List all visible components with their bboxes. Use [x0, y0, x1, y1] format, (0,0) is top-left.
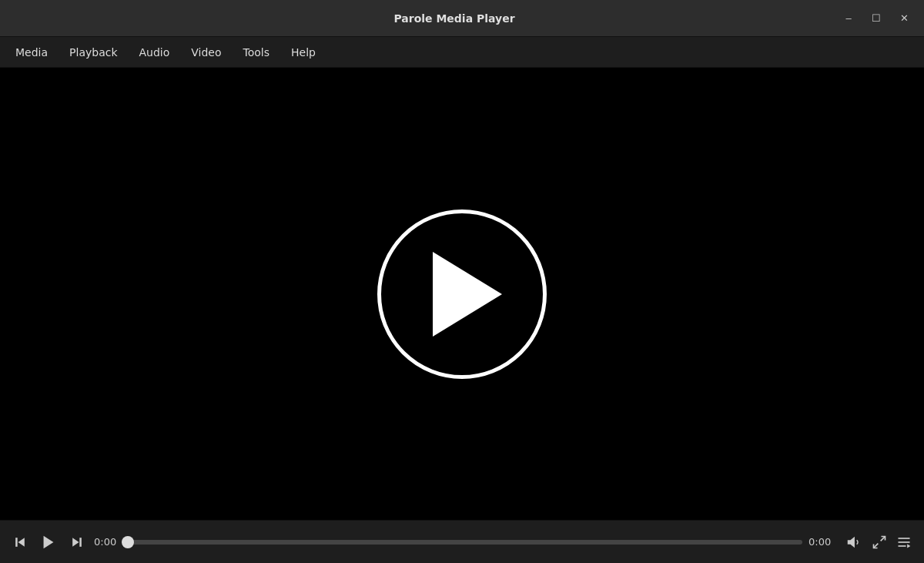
svg-marker-11 [907, 544, 910, 548]
svg-marker-5 [848, 536, 855, 548]
playlist-icon [896, 535, 912, 550]
maximize-button[interactable]: ☐ [865, 8, 887, 29]
skip-forward-button[interactable] [66, 531, 88, 553]
close-button[interactable]: ✕ [893, 8, 915, 29]
menu-item-playback[interactable]: Playback [60, 43, 126, 62]
skip-back-button[interactable] [9, 531, 31, 553]
menu-item-media[interactable]: Media [6, 43, 57, 62]
svg-marker-2 [44, 535, 54, 548]
svg-line-7 [874, 543, 879, 548]
time-total: 0:00 [808, 536, 836, 548]
window-controls: – ☐ ✕ [838, 8, 915, 29]
menu-item-audio[interactable]: Audio [130, 43, 179, 62]
playlist-button[interactable] [893, 531, 915, 553]
seek-bar[interactable] [128, 540, 802, 545]
seek-handle[interactable] [122, 536, 134, 548]
skip-forward-icon [69, 535, 85, 550]
play-button-large[interactable] [377, 209, 547, 379]
skip-back-icon [12, 535, 28, 550]
controls-bar: 0:00 0:00 [0, 520, 924, 563]
fullscreen-icon [872, 535, 887, 550]
svg-rect-4 [79, 538, 82, 547]
fullscreen-button[interactable] [869, 531, 890, 553]
svg-marker-0 [18, 538, 25, 547]
title-bar: Parole Media Player – ☐ ✕ [0, 0, 924, 37]
right-controls [842, 531, 915, 554]
play-button[interactable] [37, 531, 60, 554]
video-area [0, 68, 924, 520]
svg-rect-1 [15, 538, 18, 547]
svg-marker-3 [72, 538, 79, 547]
minimize-button[interactable]: – [838, 8, 859, 29]
menu-item-help[interactable]: Help [282, 43, 325, 62]
window-title: Parole Media Player [71, 12, 838, 25]
volume-button[interactable] [842, 531, 865, 554]
menu-item-tools[interactable]: Tools [234, 43, 280, 62]
play-icon [40, 534, 57, 551]
volume-icon [845, 534, 862, 551]
menu-item-video[interactable]: Video [182, 43, 230, 62]
time-current: 0:00 [94, 536, 122, 548]
menu-bar: Media Playback Audio Video Tools Help [0, 37, 924, 68]
svg-line-6 [881, 536, 886, 541]
play-triangle-icon [433, 252, 502, 337]
